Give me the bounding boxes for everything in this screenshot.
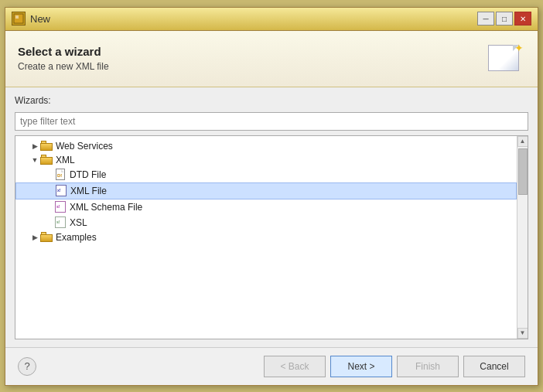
folder-icon-xml — [40, 155, 53, 165]
expander-web-services[interactable]: ▶ — [29, 141, 40, 152]
tree-scrollbar[interactable]: ▲ ▼ — [517, 136, 528, 339]
next-button[interactable]: Next > — [330, 356, 392, 377]
filter-input[interactable] — [15, 112, 528, 131]
expander-xml[interactable]: ▼ — [29, 155, 40, 165]
tree-container: ▶ Web Services ▼ XML — [15, 135, 528, 339]
header-title: Select a wizard — [18, 45, 109, 58]
tree-label-examples: Examples — [56, 232, 97, 243]
scroll-down-button[interactable]: ▼ — [517, 328, 528, 339]
tree-item-xml-schema-file[interactable]: ▶ s! XML Schema File — [15, 199, 517, 215]
tree-label-xml-file: XML File — [70, 186, 107, 196]
close-button[interactable]: ✕ — [514, 12, 531, 26]
tree-item-xml-file[interactable]: ▶ x! XML File — [15, 182, 517, 199]
tree-item-web-services[interactable]: ▶ Web Services — [15, 139, 517, 153]
tree-item-xml[interactable]: ▼ XML — [15, 153, 517, 167]
scroll-thumb[interactable] — [518, 148, 528, 195]
title-bar-left: New — [12, 12, 50, 26]
finish-button[interactable]: Finish — [397, 356, 459, 377]
back-button[interactable]: < Back — [264, 356, 326, 377]
minimize-button[interactable]: ─ — [477, 12, 494, 26]
header-icon: ✦ — [488, 40, 525, 77]
window: New ─ □ ✕ Select a wizard Create a new X… — [5, 7, 538, 386]
tree-label-dtd-file: DTD File — [70, 169, 106, 180]
footer-buttons: < Back Next > Finish Cancel — [264, 356, 525, 377]
header-subtitle: Create a new XML file — [18, 61, 109, 72]
footer-left: ? — [18, 357, 36, 376]
tree-label-xml-schema-file: XML Schema File — [70, 202, 142, 213]
tree-label-web-services: Web Services — [56, 141, 113, 152]
cancel-button[interactable]: Cancel — [463, 356, 525, 377]
title-bar: New ─ □ ✕ — [5, 8, 538, 31]
tree-list[interactable]: ▶ Web Services ▼ XML — [15, 136, 517, 339]
restore-button[interactable]: □ — [496, 12, 513, 26]
app-icon — [12, 12, 26, 26]
xml-schema-icon: s! — [54, 201, 67, 213]
folder-icon-examples — [40, 232, 53, 242]
tree-item-examples[interactable]: ▶ Examples — [15, 230, 517, 244]
tree-item-dtd-file[interactable]: ▶ D! DTD File — [15, 167, 517, 182]
folder-icon-web-services — [40, 141, 53, 151]
svg-rect-1 — [15, 15, 19, 19]
header: Select a wizard Create a new XML file ✦ — [5, 31, 538, 87]
footer: ? < Back Next > Finish Cancel — [5, 348, 538, 385]
window-title: New — [30, 13, 50, 25]
scroll-up-button[interactable]: ▲ — [517, 136, 528, 147]
tree-label-xml: XML — [56, 155, 75, 165]
main-content: Wizards: ▶ Web Services ▼ — [5, 87, 538, 348]
star-icon: ✦ — [514, 42, 524, 54]
help-button[interactable]: ? — [18, 357, 36, 376]
header-text: Select a wizard Create a new XML file — [18, 45, 109, 72]
tree-item-xsl[interactable]: ▶ s! XSL — [15, 215, 517, 230]
xml-file-icon: x! — [55, 185, 67, 197]
xsl-icon: s! — [54, 216, 67, 229]
expander-examples[interactable]: ▶ — [29, 232, 40, 243]
file-icon-dtd: D! — [56, 169, 67, 181]
tree-label-xsl: XSL — [70, 217, 87, 228]
window-controls: ─ □ ✕ — [477, 12, 531, 26]
wizards-label: Wizards: — [15, 95, 528, 106]
